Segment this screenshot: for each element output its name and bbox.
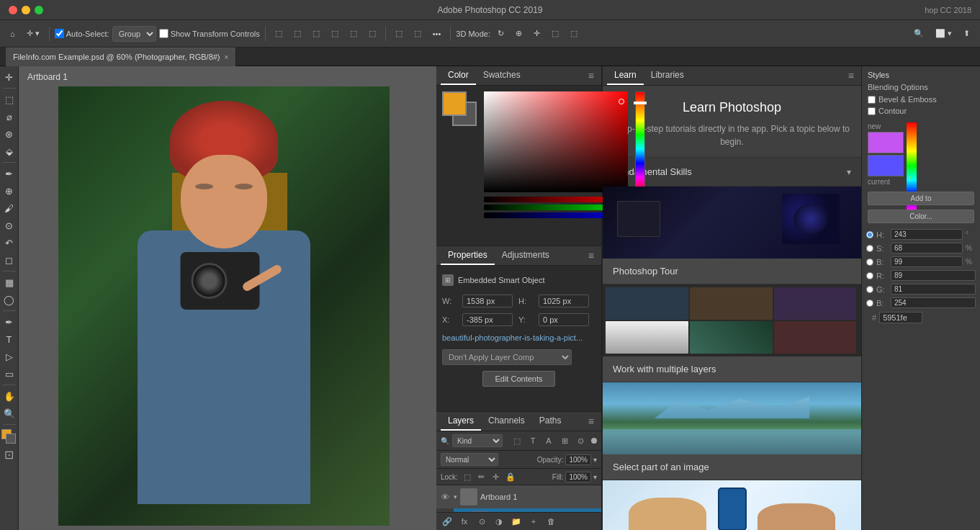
- brush-icon[interactable]: 🖌: [1, 200, 17, 216]
- tab-color[interactable]: Color: [441, 66, 476, 85]
- path-select-icon[interactable]: ▷: [1, 349, 17, 364]
- maximize-button[interactable]: [35, 6, 43, 14]
- eraser-icon[interactable]: ◻: [1, 252, 17, 268]
- tab-adjustments[interactable]: Adjustments: [495, 246, 557, 265]
- tab-learn[interactable]: Learn: [607, 66, 644, 85]
- opacity-dropdown-arrow[interactable]: ▾: [593, 456, 597, 464]
- pen-tool-icon[interactable]: ✒: [1, 314, 17, 330]
- card-fourth[interactable]: [603, 480, 861, 530]
- color-picker-strip[interactable]: [907, 122, 917, 223]
- tab-libraries[interactable]: Libraries: [644, 66, 691, 85]
- h-radio[interactable]: [866, 231, 873, 238]
- tab-swatches[interactable]: Swatches: [476, 66, 528, 85]
- layer-filter-dropdown[interactable]: Kind: [452, 434, 503, 447]
- add-group[interactable]: 📁: [510, 515, 523, 528]
- dodge-icon[interactable]: ◯: [1, 292, 17, 307]
- color-gradient-box[interactable]: [484, 91, 628, 192]
- text-tool-icon[interactable]: T: [1, 331, 17, 347]
- align-left[interactable]: ⬚: [271, 25, 287, 42]
- hue-bar[interactable]: [635, 91, 645, 192]
- fg-swatch-color[interactable]: [442, 91, 467, 116]
- link-layers[interactable]: 🔗: [441, 515, 454, 528]
- tab-properties[interactable]: Properties: [441, 246, 495, 265]
- document-tab[interactable]: FileInfo.com Example.psd @ 60% (Photogra…: [6, 48, 236, 66]
- new-color-swatch[interactable]: [868, 132, 904, 153]
- b-radio[interactable]: [866, 259, 873, 266]
- lock-image-icon[interactable]: ✏: [475, 470, 488, 483]
- shape-tool-icon[interactable]: ▭: [1, 366, 17, 382]
- s-radio[interactable]: [866, 245, 873, 252]
- card-selection[interactable]: Select part of an image: [603, 382, 861, 480]
- more-options[interactable]: •••: [428, 25, 446, 42]
- edit-contents-button[interactable]: Edit Contents: [482, 371, 554, 387]
- workspace-switcher[interactable]: ⬜ ▾: [931, 25, 956, 42]
- add-adjustment[interactable]: ◑: [493, 515, 505, 528]
- distribute-h[interactable]: ⬚: [391, 25, 407, 42]
- 3d-slide[interactable]: ⬚: [547, 25, 563, 42]
- layer-options-3[interactable]: A: [542, 434, 555, 447]
- contour-checkbox[interactable]: [868, 107, 876, 115]
- share-button[interactable]: ⬆: [959, 25, 974, 42]
- layer-options-5[interactable]: ⊙: [574, 434, 587, 447]
- lasso-tool-icon[interactable]: ⌀: [1, 109, 17, 125]
- artboard-expand[interactable]: ▾: [454, 493, 457, 500]
- layer-options-2[interactable]: T: [526, 434, 539, 447]
- eyedropper-icon[interactable]: ✒: [1, 166, 17, 181]
- tab-layers[interactable]: Layers: [441, 412, 481, 431]
- search-button[interactable]: 🔍: [909, 25, 928, 42]
- align-center-h[interactable]: ⬚: [289, 25, 305, 42]
- fill-value[interactable]: 100%: [565, 472, 591, 482]
- auto-select-dropdown[interactable]: Group Layer: [112, 26, 156, 42]
- move-tool-icon[interactable]: ✛: [1, 69, 17, 85]
- learn-panel-menu[interactable]: ≡: [845, 67, 857, 84]
- color-panel-menu[interactable]: ≡: [585, 67, 597, 84]
- distribute-v[interactable]: ⬚: [410, 25, 426, 42]
- color-button[interactable]: Color...: [868, 210, 974, 223]
- lock-all-icon[interactable]: 🔒: [504, 470, 517, 483]
- doc-tab-close[interactable]: ×: [225, 53, 229, 61]
- auto-select-checkbox[interactable]: [55, 29, 64, 38]
- b2-radio[interactable]: [866, 300, 873, 307]
- current-color-swatch[interactable]: [868, 155, 904, 176]
- r-radio[interactable]: [866, 272, 873, 279]
- fill-dropdown-arrow[interactable]: ▾: [593, 473, 597, 481]
- add-layer[interactable]: +: [527, 515, 540, 528]
- gradient-icon[interactable]: ▦: [1, 274, 17, 290]
- layer-comp-dropdown[interactable]: Don't Apply Layer Comp: [442, 349, 572, 365]
- 3d-roll[interactable]: ⊕: [511, 25, 526, 42]
- blend-mode-dropdown[interactable]: Normal: [441, 453, 498, 466]
- fg-bg-swatch[interactable]: [442, 91, 478, 127]
- transform-controls-checkbox[interactable]: [159, 29, 168, 38]
- filename-link[interactable]: beautiful-photographer-is-taking-a-pict.…: [442, 332, 595, 343]
- move-tool[interactable]: ✛ ▾: [22, 25, 44, 42]
- marquee-tool-icon[interactable]: ⬚: [1, 91, 17, 107]
- align-right[interactable]: ⬚: [308, 25, 324, 42]
- quick-mask-icon[interactable]: ⊡: [4, 448, 14, 462]
- hand-tool-icon[interactable]: ✋: [1, 388, 17, 404]
- background-color[interactable]: [6, 434, 16, 444]
- card-layers[interactable]: Work with multiple layers: [603, 284, 861, 382]
- card-photoshop-tour[interactable]: Photoshop Tour: [603, 186, 861, 284]
- opacity-value[interactable]: 100%: [565, 454, 591, 465]
- 3d-pan[interactable]: ✛: [529, 25, 544, 42]
- stamp-icon[interactable]: ⊙: [1, 217, 17, 233]
- home-button[interactable]: ⌂: [6, 25, 19, 42]
- align-middle-v[interactable]: ⬚: [346, 25, 361, 42]
- tab-paths[interactable]: Paths: [532, 412, 569, 431]
- crop-tool-icon[interactable]: ⬙: [1, 143, 17, 159]
- layer-options-1[interactable]: ⬚: [511, 434, 523, 447]
- quick-select-icon[interactable]: ⊛: [1, 126, 17, 142]
- history-brush-icon[interactable]: ↶: [1, 235, 17, 251]
- bevel-emboss-checkbox[interactable]: [868, 96, 876, 104]
- properties-panel-menu[interactable]: ≡: [585, 247, 597, 264]
- artboard-visibility[interactable]: 👁: [439, 491, 451, 503]
- heal-icon[interactable]: ⊕: [1, 183, 17, 199]
- layer-artboard[interactable]: 👁 ▾ Artboard 1: [436, 485, 601, 508]
- g-radio[interactable]: [866, 286, 873, 293]
- add-mask[interactable]: ⊙: [475, 515, 488, 528]
- layer-options-4[interactable]: ⊞: [558, 434, 571, 447]
- lock-position-icon[interactable]: ✛: [490, 470, 503, 483]
- align-bottom[interactable]: ⬚: [364, 25, 380, 42]
- align-top[interactable]: ⬚: [327, 25, 343, 42]
- zoom-tool-icon[interactable]: 🔍: [1, 405, 17, 421]
